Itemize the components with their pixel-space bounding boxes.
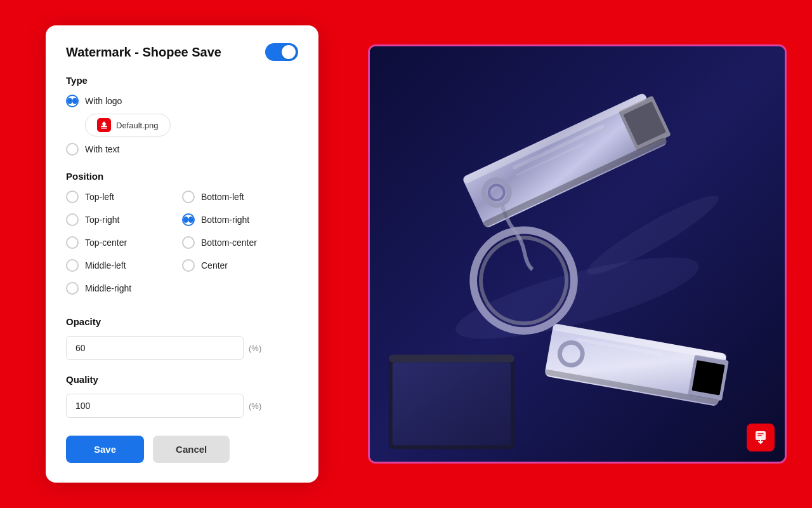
with-logo-option[interactable]: With logo (66, 95, 298, 107)
with-logo-label: With logo (85, 96, 122, 106)
quality-label: Quality (66, 374, 298, 385)
upload-icon (97, 118, 111, 132)
preview-container (368, 44, 787, 464)
action-buttons: Save Cancel (66, 436, 298, 463)
bottom-right-option[interactable]: Bottom-right (182, 213, 298, 226)
bottom-center-option[interactable]: Bottom-center (182, 236, 298, 249)
top-center-label: Top-center (85, 237, 127, 248)
panel-title: Watermark - Shopee Save (66, 45, 221, 60)
top-left-option[interactable]: Top-left (66, 190, 182, 203)
watermark-icon (753, 430, 768, 445)
position-section: Position Top-left Bottom-left Top-right … (66, 171, 298, 301)
svg-rect-23 (389, 355, 514, 363)
top-center-option[interactable]: Top-center (66, 236, 182, 249)
quality-suffix: (%) (249, 401, 261, 411)
logo-file-button[interactable]: Default.png (85, 114, 171, 137)
enable-toggle[interactable] (265, 43, 298, 61)
opacity-input-row: (%) (66, 336, 298, 360)
top-right-option[interactable]: Top-right (66, 213, 182, 226)
svg-marker-2 (102, 121, 107, 126)
opacity-input[interactable] (66, 336, 244, 360)
top-right-label: Top-right (85, 215, 119, 225)
center-label: Center (201, 260, 228, 271)
middle-left-radio[interactable] (66, 259, 79, 272)
position-label: Position (66, 171, 298, 182)
quality-input[interactable] (66, 394, 244, 418)
svg-rect-24 (393, 362, 511, 445)
watermark-badge (747, 424, 775, 451)
type-label: Type (66, 75, 298, 86)
settings-panel: Watermark - Shopee Save Type With logo D… (46, 25, 318, 483)
top-right-radio[interactable] (66, 213, 79, 226)
logo-filename: Default.png (116, 121, 159, 130)
save-button[interactable]: Save (66, 436, 144, 463)
bottom-center-radio[interactable] (182, 236, 195, 249)
quality-input-row: (%) (66, 394, 298, 418)
center-option[interactable]: Center (182, 259, 298, 272)
opacity-label: Opacity (66, 316, 298, 327)
type-section: Type With logo Default.png With text (66, 75, 298, 156)
panel-header: Watermark - Shopee Save (66, 43, 298, 61)
top-left-radio[interactable] (66, 190, 79, 203)
top-left-label: Top-left (85, 192, 114, 202)
bottom-right-label: Bottom-right (201, 215, 249, 225)
with-logo-radio[interactable] (66, 95, 79, 107)
middle-right-option[interactable]: Middle-right (66, 282, 182, 295)
product-illustration (370, 46, 785, 462)
center-radio[interactable] (182, 259, 195, 272)
with-text-label: With text (85, 144, 119, 154)
bottom-right-radio[interactable] (182, 213, 195, 226)
cancel-button[interactable]: Cancel (153, 436, 230, 463)
radio-dot (67, 98, 72, 104)
position-grid: Top-left Bottom-left Top-right Bottom-ri… (66, 190, 298, 301)
with-text-option[interactable]: With text (66, 143, 298, 156)
middle-right-label: Middle-right (85, 283, 131, 293)
bottom-left-option[interactable]: Bottom-left (182, 190, 298, 203)
svg-rect-1 (101, 128, 107, 129)
with-text-radio[interactable] (66, 143, 79, 156)
bottom-left-label: Bottom-left (201, 192, 244, 202)
top-center-radio[interactable] (66, 236, 79, 249)
opacity-suffix: (%) (249, 344, 261, 353)
radio-dot (183, 217, 188, 223)
bottom-left-radio[interactable] (182, 190, 195, 203)
opacity-section: Opacity (%) (66, 316, 298, 360)
bottom-center-label: Bottom-center (201, 237, 257, 248)
preview-image (370, 46, 785, 462)
quality-section: Quality (%) (66, 374, 298, 418)
svg-rect-17 (691, 360, 724, 396)
middle-left-option[interactable]: Middle-left (66, 259, 182, 272)
middle-right-radio[interactable] (66, 282, 79, 295)
middle-left-label: Middle-left (85, 260, 126, 271)
